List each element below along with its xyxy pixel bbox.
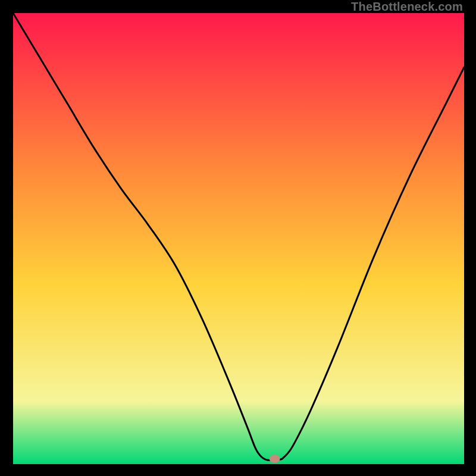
watermark-text: TheBottleneck.com [351, 0, 463, 14]
optimum-marker [270, 455, 280, 463]
chart-frame: TheBottleneck.com [0, 0, 476, 476]
chart-svg [13, 13, 464, 464]
gradient-background [13, 13, 464, 464]
plot-area [13, 13, 464, 464]
